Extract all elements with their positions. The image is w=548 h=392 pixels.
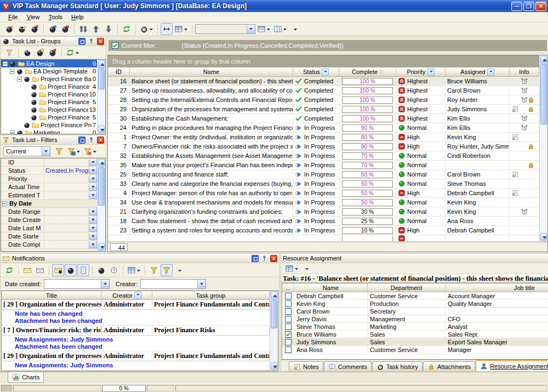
panel-restore-button[interactable] [78, 137, 85, 144]
scroll-thumb[interactable] [98, 167, 105, 206]
scroll-up-button[interactable] [271, 292, 277, 299]
chevron-down-icon[interactable] [89, 225, 97, 232]
panel-pin-icon[interactable] [261, 255, 268, 262]
menu-item-view[interactable]: View [23, 13, 44, 21]
tab-comments[interactable]: Comments [324, 361, 372, 371]
chevron-down-icon[interactable] [89, 192, 97, 199]
resource-row[interactable]: Ana RossCustomer ServiceManager [282, 346, 548, 354]
ball-del-button[interactable] [47, 47, 59, 59]
task-row[interactable]: 24Putting in place procedures for managi… [108, 123, 539, 133]
task-delete-button[interactable] [28, 23, 41, 35]
task-edit-button[interactable] [16, 23, 28, 35]
chevron-down-icon[interactable] [89, 217, 97, 224]
tree-item-project-finance-rol[interactable]: Project Finance Rol4 [1, 83, 97, 90]
panel-restore-button[interactable] [78, 38, 85, 45]
filter-dropdown-icon[interactable] [322, 69, 329, 76]
resource-checkbox[interactable] [285, 300, 292, 307]
task-row[interactable]: 35Make sure that your project's Financia… [108, 161, 539, 170]
filter-value-cell[interactable] [44, 217, 97, 224]
resource-column-check[interactable]: ... [282, 283, 294, 292]
scroll-up-button[interactable] [540, 56, 547, 64]
arrow-down-button[interactable] [102, 23, 115, 35]
task-row[interactable]: 1Project Owner: the entity (individual, … [108, 133, 539, 142]
filter-value-cell[interactable]: Created,In Progress,Ca [44, 167, 97, 174]
refresh-button[interactable] [65, 47, 81, 59]
columns-button[interactable] [284, 263, 300, 275]
tree-expander[interactable] [10, 69, 15, 74]
task-row[interactable]: 18Cash flow statement - shows the detail… [108, 217, 539, 226]
filter-value-cell[interactable] [44, 175, 97, 183]
group-expander[interactable] [2, 201, 7, 206]
task-row[interactable]: 21Clarifying organization's funding cons… [108, 207, 539, 217]
column-header-status[interactable]: Status [293, 67, 339, 76]
tree-item-project-finance-process[interactable]: Project Finance Process7 [1, 121, 97, 129]
task-grid-scrollbar[interactable] [539, 55, 547, 242]
scroll-thumb[interactable] [98, 69, 105, 89]
funnel-clear-button[interactable] [82, 145, 98, 157]
menu-item-help[interactable]: Help [67, 13, 88, 21]
restore-button[interactable]: ❐ [523, 2, 534, 11]
funnel-gray-button[interactable] [3, 47, 15, 59]
task-blue-button[interactable] [47, 23, 59, 35]
ball-small-button[interactable] [95, 264, 107, 276]
notif-column-title[interactable]: Title [2, 291, 102, 299]
tree-item-project-finance-doc[interactable]: Project Finance Doc5 [1, 98, 97, 106]
task-row[interactable]: 33Clearly name and categorize the financ… [108, 179, 539, 189]
history-ball-button[interactable] [139, 23, 155, 35]
clock-go-button[interactable] [108, 264, 120, 276]
column-header-assigned[interactable]: Assigned [446, 67, 510, 76]
toolbar-overflow-button[interactable] [300, 263, 312, 275]
filter-value-cell[interactable] [44, 241, 97, 248]
resource-row[interactable]: Kevin KingProductionQuality Manager [282, 300, 548, 308]
tree-item-ea-design-template[interactable]: EA Design Template0 [1, 67, 97, 75]
funnel-save-button[interactable] [66, 145, 82, 157]
tab-notes[interactable]: Notes [289, 361, 323, 371]
task-row[interactable]: 16Balance sheet (or statement of financi… [108, 77, 539, 86]
notif-column-creator[interactable]: Creator [102, 291, 152, 299]
scroll-down-button[interactable] [98, 243, 105, 251]
notification-row[interactable]: [ 7 ] Owners/Financier risk: the risks a… [2, 326, 270, 336]
toolbar-overflow-button[interactable] [289, 23, 301, 35]
tree-item-project-finance-fun[interactable]: Project Finance Fun13 [1, 106, 97, 113]
task-new-button[interactable] [3, 23, 15, 35]
chevron-down-icon[interactable] [89, 167, 97, 174]
resource-checkbox[interactable] [285, 331, 292, 338]
task-row[interactable]: 4Project Manager: person of this role ha… [108, 189, 539, 198]
tree-expander[interactable] [3, 61, 8, 66]
notif-column-task-group[interactable]: Task group [152, 291, 270, 299]
notification-row[interactable]: [ 29 ] Organization of the processes for… [2, 300, 270, 310]
resource-checkbox[interactable] [285, 316, 292, 322]
columns-button[interactable] [126, 264, 142, 276]
scroll-thumb[interactable] [271, 300, 277, 328]
ball-props-button[interactable] [34, 47, 46, 59]
filter-dropdown-icon[interactable] [427, 69, 435, 76]
scroll-down-button[interactable] [271, 362, 277, 370]
ball-find-button[interactable] [21, 47, 33, 59]
mail-read-button[interactable] [34, 264, 46, 276]
notification-event[interactable]: Note has been changed [2, 310, 270, 317]
minimize-button[interactable]: ─ [511, 2, 522, 11]
notification-event[interactable]: New Assignments: Judy Simmons [2, 336, 270, 343]
arrow-updown-button[interactable] [77, 23, 89, 35]
toolbar-overflow-button[interactable] [173, 264, 185, 276]
task-row[interactable]: 23Setting a system and roles for keeping… [108, 226, 539, 235]
group-by-button[interactable] [256, 23, 272, 35]
column-header-id[interactable]: ID [108, 67, 130, 76]
filter-dropdown-icon[interactable] [134, 292, 141, 299]
funnel-on-button[interactable] [161, 264, 173, 276]
notification-event[interactable]: Attachment has been changed [2, 317, 270, 325]
scroll-thumb[interactable] [540, 64, 547, 124]
tree-scrollbar[interactable] [97, 60, 105, 134]
charts-tab[interactable]: Charts [8, 372, 44, 383]
resource-row[interactable]: Debrah CampbellCustomer ServiceAccount M… [282, 292, 548, 300]
panel-pin-icon[interactable] [88, 137, 95, 144]
mail-task-button[interactable] [52, 264, 64, 276]
resource-checkbox[interactable] [285, 308, 292, 315]
refresh-button[interactable] [121, 23, 133, 35]
chevron-down-icon[interactable] [247, 25, 255, 33]
column-header-complete[interactable]: Complete▽ [339, 67, 396, 76]
tree-item-ea-design[interactable]: EA Design0 [1, 60, 97, 67]
resource-column-department[interactable]: Department [368, 283, 446, 292]
scroll-down-button[interactable] [540, 233, 547, 241]
task-row[interactable]: 28Setting up the Internal/External Contr… [108, 95, 539, 105]
